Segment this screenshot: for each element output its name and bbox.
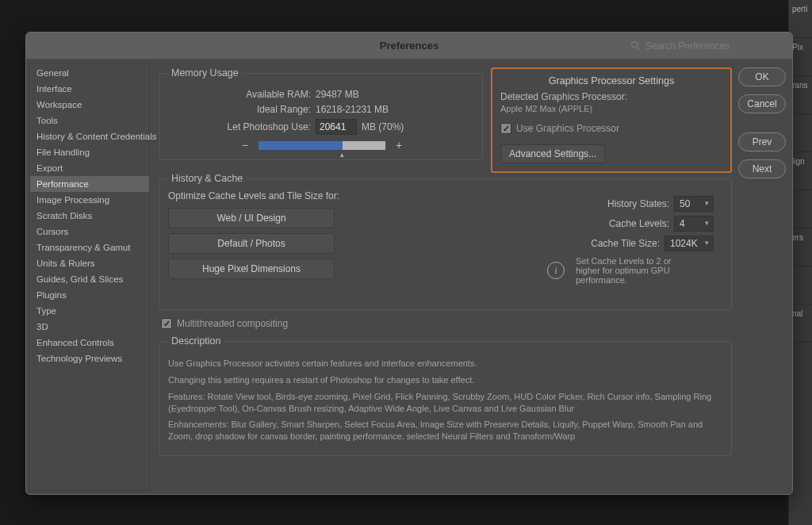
cache-levels-select[interactable]: 4: [674, 216, 714, 232]
use-gpu-checkbox[interactable]: [500, 123, 511, 134]
memory-slider[interactable]: ▴: [259, 141, 385, 150]
ideal-range-label: Ideal Range:: [168, 104, 311, 115]
let-photoshop-use-input[interactable]: [316, 119, 357, 135]
sidebar-item-general[interactable]: General: [30, 65, 149, 81]
graphics-processor-group: Graphics Processor Settings Detected Gra…: [491, 67, 732, 173]
sidebar-item-interface[interactable]: Interface: [30, 81, 149, 97]
description-p4: Enhancements: Blur Gallery, Smart Sharpe…: [168, 419, 723, 443]
svg-point-0: [632, 42, 638, 48]
preset-web-ui-button[interactable]: Web / UI Design: [168, 208, 335, 228]
cache-hint: Set Cache Levels to 2 or higher for opti…: [576, 256, 695, 285]
gpu-detected-value: Apple M2 Max (APPLE): [500, 104, 722, 113]
dialog-title: Preferences: [380, 40, 439, 52]
cache-tile-size-label: Cache Tile Size:: [573, 238, 660, 249]
cache-levels-label: Cache Levels:: [582, 218, 669, 229]
history-cache-legend: History & Cache: [168, 173, 246, 184]
sidebar-item-type[interactable]: Type: [30, 303, 149, 319]
preset-default-button[interactable]: Default / Photos: [168, 233, 335, 254]
ok-button[interactable]: OK: [738, 67, 786, 86]
memory-decrease-button[interactable]: −: [239, 139, 251, 151]
gpu-legend: Graphics Processor Settings: [500, 75, 722, 86]
description-p1: Use Graphics Processor activates certain…: [168, 358, 723, 370]
multithreaded-label: Multithreaded compositing: [177, 318, 288, 329]
preferences-dialog: Preferences Search Preferences General I…: [25, 32, 793, 495]
let-photoshop-use-label: Let Photoshop Use:: [168, 121, 311, 132]
dialog-action-column: OK Cancel Prev Next: [738, 63, 789, 491]
multithreaded-checkbox[interactable]: [161, 318, 172, 329]
memory-usage-group: Memory Usage Available RAM: 29487 MB Ide…: [159, 67, 483, 160]
description-p3: Features: Rotate View tool, Birds-eye zo…: [168, 391, 723, 415]
sidebar-item-workspace[interactable]: Workspace: [30, 97, 149, 113]
prev-button[interactable]: Prev: [738, 132, 786, 151]
search-preferences[interactable]: Search Preferences: [630, 36, 781, 55]
gpu-detected-label: Detected Graphics Processor:: [500, 91, 722, 102]
ideal-range-value: 16218-21231 MB: [316, 104, 389, 115]
sidebar-item-image-processing[interactable]: Image Processing: [30, 192, 149, 208]
sidebar-item-units-rulers[interactable]: Units & Rulers: [30, 255, 149, 271]
available-ram-label: Available RAM:: [168, 89, 311, 100]
preferences-sidebar: General Interface Workspace Tools Histor…: [29, 63, 150, 491]
description-group: Description Use Graphics Processor activ…: [159, 335, 732, 456]
memory-usage-legend: Memory Usage: [168, 67, 242, 79]
sidebar-item-3d[interactable]: 3D: [30, 319, 149, 335]
cache-tile-size-select[interactable]: 1024K: [665, 236, 714, 251]
sidebar-item-plugins[interactable]: Plugins: [30, 287, 149, 303]
sidebar-item-performance[interactable]: Performance: [30, 176, 149, 192]
sidebar-item-export[interactable]: Export: [30, 160, 149, 176]
use-gpu-label: Use Graphics Processor: [516, 123, 619, 134]
sidebar-item-scratch-disks[interactable]: Scratch Disks: [30, 208, 149, 224]
history-cache-group: History & Cache Optimize Cache Levels an…: [159, 173, 732, 310]
history-states-label: History States:: [582, 198, 669, 209]
history-states-select[interactable]: 50: [674, 196, 714, 212]
svg-line-1: [637, 47, 639, 49]
preferences-main: Memory Usage Available RAM: 29487 MB Ide…: [153, 63, 735, 491]
info-icon: i: [547, 262, 565, 279]
sidebar-item-enhanced-controls[interactable]: Enhanced Controls: [30, 335, 149, 351]
sidebar-item-file-handling[interactable]: File Handling: [30, 144, 149, 160]
sidebar-item-transparency-gamut[interactable]: Transparency & Gamut: [30, 240, 149, 255]
sidebar-item-tools[interactable]: Tools: [30, 113, 149, 128]
description-p2: Changing this setting requires a restart…: [168, 374, 723, 386]
memory-increase-button[interactable]: +: [393, 139, 404, 151]
advanced-settings-button[interactable]: Advanced Settings...: [500, 144, 605, 163]
sidebar-item-technology-previews[interactable]: Technology Previews: [30, 351, 149, 366]
sidebar-item-history-credentials[interactable]: History & Content Credentials: [30, 128, 149, 144]
search-icon: [630, 40, 641, 51]
search-placeholder: Search Preferences: [645, 40, 730, 52]
titlebar: Preferences Search Preferences: [26, 33, 792, 59]
let-photoshop-use-unit: MB (70%): [362, 121, 404, 132]
memory-slider-thumb-icon: ▴: [340, 151, 344, 159]
next-button[interactable]: Next: [738, 159, 786, 178]
memory-slider-fill: [259, 141, 343, 150]
preset-huge-pixel-button[interactable]: Huge Pixel Dimensions: [168, 259, 335, 279]
sidebar-item-guides-grid-slices[interactable]: Guides, Grid & Slices: [30, 271, 149, 287]
available-ram-value: 29487 MB: [316, 89, 359, 100]
sidebar-item-cursors[interactable]: Cursors: [30, 224, 149, 240]
cancel-button[interactable]: Cancel: [738, 94, 786, 113]
description-legend: Description: [168, 335, 224, 347]
